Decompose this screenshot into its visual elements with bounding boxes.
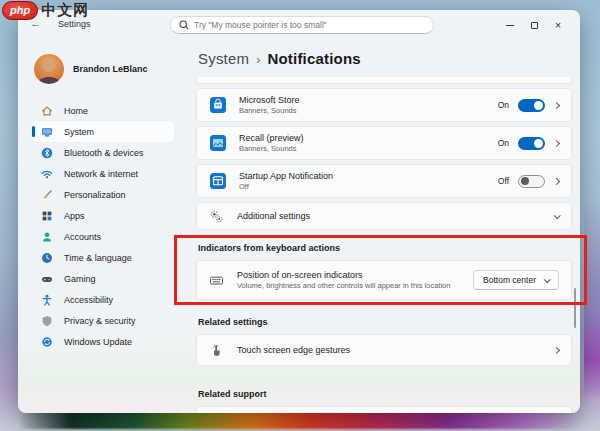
search-box[interactable] — [170, 16, 434, 34]
sidebar-item-label: Accounts — [64, 232, 101, 242]
help-from-web-card[interactable]: Help from the web — [196, 406, 572, 413]
card-subtitle: Banners, Sounds — [239, 106, 498, 115]
brush-icon — [40, 188, 54, 202]
sidebar-item-label: Bluetooth & devices — [64, 148, 144, 158]
dropdown-value: Bottom center — [483, 275, 536, 285]
touch-gestures-card[interactable]: Touch screen edge gestures — [196, 334, 572, 366]
sidebar-item-label: Windows Update — [64, 337, 132, 347]
touch-icon — [209, 343, 224, 358]
chevron-right-icon — [553, 139, 560, 146]
maximize-icon — [531, 22, 538, 29]
notification-toggle[interactable] — [518, 99, 545, 112]
position-dropdown[interactable]: Bottom center — [473, 270, 559, 290]
php-watermark: php 中文网 — [2, 1, 89, 20]
user-profile[interactable]: Brandon LeBlanc — [34, 54, 184, 84]
card-subtitle: Volume, brightness and other controls wi… — [237, 281, 473, 290]
close-button[interactable]: × — [546, 10, 570, 40]
sidebar-item-label: Accessibility — [64, 295, 113, 305]
main-content: System›Notifications Microsoft Store Ban… — [184, 40, 580, 413]
recall-icon — [209, 134, 227, 152]
watermark-site-name: 中文网 — [41, 1, 89, 20]
desktop-background: ← Settings × Brandon LeBlanc Home — [0, 0, 600, 431]
toggle-state-label: On — [498, 138, 509, 148]
sidebar-item-label: System — [64, 127, 94, 137]
partial-scrolled-card — [196, 77, 572, 84]
sidebar-item-label: Personalization — [64, 190, 126, 200]
sidebar-item-gaming[interactable]: Gaming — [32, 268, 174, 289]
person-icon — [40, 230, 54, 244]
update-icon — [40, 335, 54, 349]
microsoft-store-icon — [209, 96, 227, 114]
notification-toggle[interactable] — [518, 175, 545, 188]
accessibility-icon — [40, 293, 54, 307]
page-title: Notifications — [267, 50, 360, 67]
sidebar: Brandon LeBlanc Home System Bluetooth & … — [18, 40, 184, 413]
wifi-icon — [40, 167, 54, 181]
gears-icon — [209, 209, 224, 224]
sidebar-item-label: Gaming — [64, 274, 96, 284]
section-header-related-settings: Related settings — [198, 317, 572, 327]
chevron-right-icon — [553, 177, 560, 184]
card-title: Touch screen edge gestures — [237, 345, 554, 355]
window-controls: × — [498, 10, 570, 40]
sidebar-item-label: Privacy & security — [64, 316, 136, 326]
chevron-right-icon — [553, 346, 560, 353]
clock-globe-icon — [40, 251, 54, 265]
notification-card-microsoft-store[interactable]: Microsoft Store Banners, Sounds On — [196, 88, 572, 122]
card-subtitle: Banners, Sounds — [239, 144, 498, 153]
sidebar-item-privacy[interactable]: Privacy & security — [32, 310, 174, 331]
window-body: Brandon LeBlanc Home System Bluetooth & … — [18, 40, 580, 413]
card-title: Recall (preview) — [239, 133, 498, 143]
card-title: Additional settings — [237, 211, 554, 221]
breadcrumb-separator: › — [256, 53, 260, 67]
card-title: Startup App Notification — [239, 171, 498, 181]
card-subtitle: Off — [239, 182, 498, 191]
startup-app-icon — [209, 172, 227, 190]
notification-card-recall[interactable]: Recall (preview) Banners, Sounds On — [196, 126, 572, 160]
window-title: Settings — [58, 19, 91, 29]
section-header-keyboard-indicators: Indicators from keyboard actions — [198, 243, 572, 253]
breadcrumb-system[interactable]: System — [198, 50, 249, 67]
avatar — [34, 54, 64, 84]
user-name: Brandon LeBlanc — [73, 64, 148, 74]
sidebar-item-apps[interactable]: Apps — [32, 205, 174, 226]
wallpaper-edge-streak — [584, 200, 600, 400]
minimize-icon — [506, 25, 514, 26]
shield-icon — [40, 314, 54, 328]
sidebar-item-accessibility[interactable]: Accessibility — [32, 289, 174, 310]
sidebar-item-windows-update[interactable]: Windows Update — [32, 331, 174, 352]
sidebar-item-home[interactable]: Home — [32, 100, 174, 121]
search-icon — [179, 20, 189, 30]
sidebar-item-accounts[interactable]: Accounts — [32, 226, 174, 247]
sidebar-item-bluetooth[interactable]: Bluetooth & devices — [32, 142, 174, 163]
onscreen-indicators-card[interactable]: Position of on-screen indicators Volume,… — [196, 260, 572, 300]
breadcrumb: System›Notifications — [198, 50, 572, 67]
scrollbar-thumb[interactable] — [574, 288, 576, 328]
system-icon — [40, 125, 54, 139]
sidebar-item-system[interactable]: System — [32, 121, 174, 142]
sidebar-item-network[interactable]: Network & internet — [32, 163, 174, 184]
notification-card-startup-app[interactable]: Startup App Notification Off Off — [196, 164, 572, 198]
section-header-related-support: Related support — [198, 389, 572, 399]
bluetooth-icon — [40, 146, 54, 160]
additional-settings-card[interactable]: Additional settings — [196, 202, 572, 230]
titlebar: ← Settings × — [18, 10, 580, 40]
settings-window: ← Settings × Brandon LeBlanc Home — [18, 10, 580, 413]
sidebar-item-label: Apps — [64, 211, 85, 221]
card-title: Position of on-screen indicators — [237, 270, 473, 280]
sidebar-item-label: Home — [64, 106, 88, 116]
notification-toggle[interactable] — [518, 137, 545, 150]
gamepad-icon — [40, 272, 54, 286]
maximize-button[interactable] — [522, 10, 546, 40]
minimize-button[interactable] — [498, 10, 522, 40]
card-title: Microsoft Store — [239, 95, 498, 105]
chevron-down-icon — [544, 276, 551, 283]
keyboard-icon — [209, 273, 224, 288]
sidebar-item-personalization[interactable]: Personalization — [32, 184, 174, 205]
home-icon — [40, 104, 54, 118]
chevron-down-icon — [554, 212, 561, 219]
sidebar-item-time-language[interactable]: Time & language — [32, 247, 174, 268]
sidebar-item-label: Time & language — [64, 253, 132, 263]
chevron-right-icon — [553, 101, 560, 108]
search-input[interactable] — [194, 20, 425, 30]
